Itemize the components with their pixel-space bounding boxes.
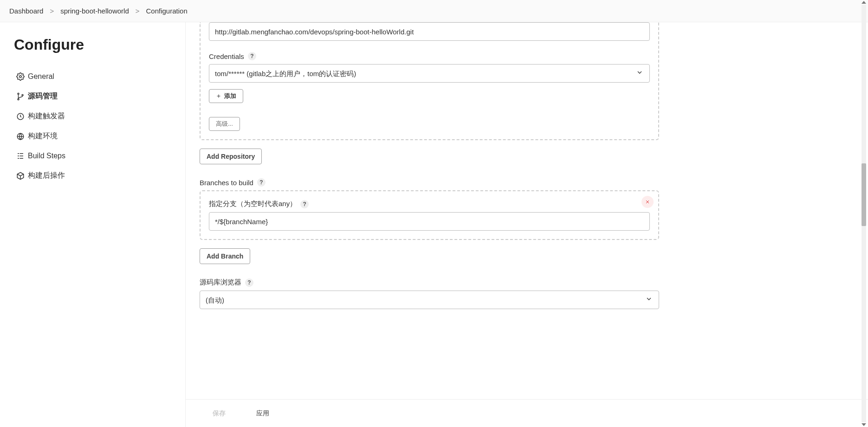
branch-section: 指定分支（为空时代表any） ? bbox=[200, 190, 659, 240]
breadcrumb-dashboard[interactable]: Dashboard bbox=[9, 7, 43, 15]
sidebar-item-label: 构建后操作 bbox=[28, 171, 65, 181]
footer-actions: 保存 应用 bbox=[186, 399, 868, 427]
plus-icon bbox=[216, 93, 221, 99]
save-button[interactable]: 保存 bbox=[204, 405, 234, 422]
breadcrumb-separator: > bbox=[136, 7, 140, 15]
credentials-label: Credentials ? bbox=[209, 52, 650, 60]
sidebar-item-label: General bbox=[28, 72, 54, 81]
breadcrumb-configuration[interactable]: Configuration bbox=[146, 7, 188, 15]
gear-icon bbox=[16, 72, 25, 81]
sidebar-item-label: 源码管理 bbox=[28, 91, 58, 101]
package-icon bbox=[16, 171, 25, 181]
steps-icon bbox=[16, 151, 25, 161]
sidebar-item-label: Build Steps bbox=[28, 152, 65, 160]
help-icon[interactable]: ? bbox=[248, 52, 256, 60]
svg-point-3 bbox=[22, 94, 23, 96]
scrollbar[interactable] bbox=[861, 1, 867, 426]
credentials-select[interactable]: tom/****** (gitlab之上的用户，tom的认证密码) bbox=[209, 64, 650, 83]
sidebar-item-postbuild[interactable]: 构建后操作 bbox=[14, 166, 171, 185]
svg-point-2 bbox=[18, 98, 19, 100]
page-title: Configure bbox=[14, 36, 171, 53]
repo-browser-select[interactable]: (自动) bbox=[200, 291, 659, 309]
breadcrumb: Dashboard > spring-boot-helloworld > Con… bbox=[0, 0, 868, 22]
sidebar-item-environment[interactable]: 构建环境 bbox=[14, 127, 171, 146]
scroll-down-arrow[interactable] bbox=[862, 423, 866, 426]
sidebar-item-label: 构建触发器 bbox=[28, 111, 65, 121]
sidebar-item-buildsteps[interactable]: Build Steps bbox=[14, 147, 171, 165]
scroll-up-arrow[interactable] bbox=[862, 1, 866, 4]
breadcrumb-project[interactable]: spring-boot-helloworld bbox=[60, 7, 129, 15]
help-icon[interactable]: ? bbox=[245, 278, 253, 287]
globe-icon bbox=[16, 132, 25, 141]
sidebar-item-scm[interactable]: 源码管理 bbox=[14, 87, 171, 106]
sidebar-item-general[interactable]: General bbox=[14, 67, 171, 86]
sidebar-item-triggers[interactable]: 构建触发器 bbox=[14, 107, 171, 126]
remove-branch-button[interactable] bbox=[641, 196, 654, 208]
add-repository-button[interactable]: Add Repository bbox=[200, 149, 262, 164]
branch-specifier-input[interactable] bbox=[209, 212, 650, 231]
repo-url-input[interactable] bbox=[209, 22, 650, 41]
sidebar-nav: General 源码管理 构建触发器 构建环境 bbox=[14, 67, 171, 185]
clock-icon bbox=[16, 112, 25, 121]
sidebar: Configure General 源码管理 构建触发器 bbox=[0, 22, 186, 427]
main-content: Credentials ? tom/****** (gitlab之上的用户，to… bbox=[186, 22, 868, 427]
repository-section: Credentials ? tom/****** (gitlab之上的用户，to… bbox=[200, 22, 659, 140]
help-icon[interactable]: ? bbox=[300, 200, 309, 208]
scroll-track[interactable] bbox=[862, 5, 866, 422]
scroll-thumb[interactable] bbox=[862, 163, 866, 226]
add-branch-button[interactable]: Add Branch bbox=[200, 248, 250, 264]
breadcrumb-separator: > bbox=[50, 7, 54, 15]
add-credential-button[interactable]: 添加 bbox=[209, 89, 243, 103]
help-icon[interactable]: ? bbox=[257, 178, 266, 187]
close-icon bbox=[645, 199, 650, 205]
branch-specifier-label: 指定分支（为空时代表any） ? bbox=[209, 200, 650, 208]
branch-icon bbox=[16, 92, 25, 101]
repo-browser-label: 源码库浏览器 ? bbox=[200, 278, 659, 287]
svg-point-0 bbox=[19, 76, 22, 78]
svg-point-1 bbox=[18, 93, 19, 94]
apply-button[interactable]: 应用 bbox=[248, 405, 278, 422]
sidebar-item-label: 构建环境 bbox=[28, 131, 58, 141]
advanced-button[interactable]: 高级... bbox=[209, 117, 240, 131]
branches-to-build-label: Branches to build ? bbox=[200, 178, 659, 187]
